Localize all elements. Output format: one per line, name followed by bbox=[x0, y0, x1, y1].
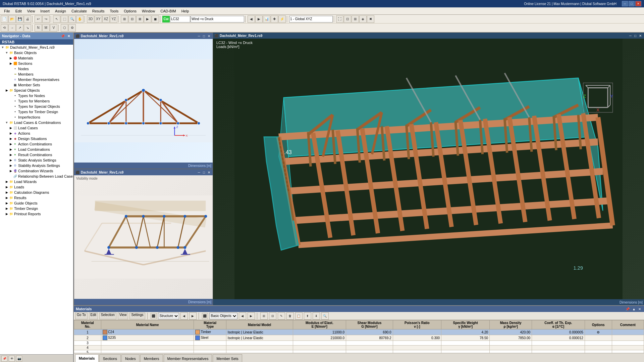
view-dropdown[interactable]: 1 - Global XYZ bbox=[289, 16, 333, 22]
view-yz-btn[interactable]: YZ bbox=[110, 15, 117, 23]
tb2-btn-a[interactable]: ⟲ bbox=[1, 24, 8, 32]
view-xy-btn[interactable]: XY bbox=[95, 15, 102, 23]
tree-item-stability-analysis[interactable]: ▶ ⚙ Stability Analysis Settings bbox=[0, 163, 73, 168]
tree-item-load-cases[interactable]: ▶ ⬜ Load Cases bbox=[0, 125, 73, 131]
select-btn[interactable]: ⬚ bbox=[61, 15, 68, 23]
print-btn[interactable]: 🖨 bbox=[24, 15, 31, 23]
view-xz-btn[interactable]: XZ bbox=[102, 15, 110, 23]
maximize-btn[interactable]: □ bbox=[629, 1, 635, 6]
tb-table-btn-4[interactable]: 🗑 bbox=[286, 312, 294, 320]
tree-item-nodes[interactable]: • Nodes bbox=[0, 66, 73, 72]
menu-help[interactable]: Help bbox=[179, 8, 192, 14]
tb-table-btn-1[interactable]: ⊞ bbox=[260, 312, 268, 320]
tree-item-types-nodes[interactable]: • Types for Nodes bbox=[0, 93, 73, 98]
vp3-close-btn[interactable]: ✕ bbox=[638, 34, 643, 38]
tb-table-btn-7[interactable]: ⬇ bbox=[313, 312, 320, 320]
tree-item-types-special[interactable]: • Types for Special Objects bbox=[0, 104, 73, 109]
new-btn[interactable]: 📄 bbox=[1, 15, 8, 23]
tb-btn-g[interactable]: ⚡ bbox=[278, 15, 286, 23]
tb-table-btn-3[interactable]: ✎ bbox=[278, 312, 285, 320]
tb2-btn-c[interactable]: ↗ bbox=[16, 24, 23, 32]
edit-btn[interactable]: Edit bbox=[89, 313, 98, 319]
goto-btn[interactable]: Go To bbox=[75, 313, 88, 319]
tree-item-comb-wizards[interactable]: ▶ 🔮 Combination Wizards bbox=[0, 168, 73, 174]
tree-item-printout[interactable]: ▶ 📁 Printout Reports bbox=[0, 211, 73, 217]
tb-btn-e[interactable]: ◼ bbox=[152, 15, 159, 23]
tree-item-file[interactable]: ▼ 📁 Dachstuhl_Meier_Rev1.rs9 bbox=[0, 45, 73, 50]
tb-table-btn-2[interactable]: ⊟ bbox=[269, 312, 276, 320]
open-btn[interactable]: 📂 bbox=[8, 15, 16, 23]
menu-insert[interactable]: Insert bbox=[38, 8, 52, 14]
zoom-btn[interactable]: 🔍 bbox=[68, 15, 76, 23]
vp3-minimize-btn[interactable]: ─ bbox=[628, 34, 633, 38]
tb2-btn-d[interactable]: ↘ bbox=[24, 24, 31, 32]
vp-minimize-btn[interactable]: ─ bbox=[197, 34, 201, 38]
vp3-maximize-btn[interactable]: □ bbox=[633, 34, 637, 38]
tb2-btn-h[interactable]: ⬡ bbox=[61, 24, 68, 32]
table-row[interactable]: 4 bbox=[74, 346, 644, 350]
tree-item-member-sets[interactable]: ▦ Member Sets bbox=[0, 82, 73, 88]
menu-edit[interactable]: Edit bbox=[13, 8, 24, 14]
minimize-btn[interactable]: ─ bbox=[622, 1, 628, 6]
panel-expand-btn[interactable]: ▲ bbox=[631, 307, 637, 311]
redo-btn[interactable]: ↪ bbox=[42, 15, 50, 23]
vp2-maximize-btn[interactable]: □ bbox=[202, 171, 206, 174]
tree-item-results[interactable]: ▶ 📁 Results bbox=[0, 195, 73, 200]
wind-dropdown[interactable]: Wind +x Druck bbox=[191, 16, 244, 22]
viewport-right-content[interactable]: LC32 - Wind +x Druck Loads [kN/m²] bbox=[213, 39, 644, 299]
tree-item-design-situations[interactable]: ▶ ◆ Design Situations bbox=[0, 136, 73, 141]
lc-dropdown[interactable]: LC32 bbox=[170, 16, 190, 22]
tb-table-btn-8[interactable]: 🔍 bbox=[321, 312, 329, 320]
tb-btn-b[interactable]: ⊟ bbox=[128, 15, 136, 23]
vp-maximize-btn[interactable]: □ bbox=[202, 34, 206, 38]
menu-options[interactable]: Options bbox=[121, 8, 139, 14]
vp2-minimize-btn[interactable]: ─ bbox=[197, 171, 201, 174]
tree-item-basic-objects[interactable]: ▼ 📁 Basic Objects bbox=[0, 50, 73, 55]
tb2-btn-b[interactable]: → bbox=[8, 24, 16, 32]
table-row[interactable]: 2 S235 Steel Isotropic | Linear Elastic … bbox=[74, 335, 644, 341]
tree-item-timber-design[interactable]: ▶ 📁 Timber Design bbox=[0, 206, 73, 211]
tree-item-relationship[interactable]: 🔗 Relationship Between Load Cases bbox=[0, 174, 73, 179]
tb-btn-a[interactable]: ⊞ bbox=[121, 15, 128, 23]
tree-item-sections[interactable]: ▶ 🟧 Sections bbox=[0, 61, 73, 66]
menu-assign[interactable]: Assign bbox=[52, 8, 69, 14]
tree-item-guide-objects[interactable]: ▶ 📁 Guide Objects bbox=[0, 200, 73, 206]
cursor-btn[interactable]: ↖ bbox=[53, 15, 60, 23]
menu-results[interactable]: Results bbox=[90, 8, 107, 14]
menu-calculate[interactable]: Calculate bbox=[69, 8, 90, 14]
menu-file[interactable]: File bbox=[1, 8, 13, 14]
tree-item-types-timber[interactable]: • Types for Timber Design bbox=[0, 109, 73, 115]
tab-member-sets[interactable]: Member Sets bbox=[213, 354, 242, 362]
nav-pin-view-btn[interactable]: 📌 bbox=[1, 356, 7, 362]
menu-window[interactable]: Window bbox=[139, 8, 158, 14]
results-btn[interactable]: 📊 bbox=[263, 15, 270, 23]
selection-btn[interactable]: Selection bbox=[99, 313, 116, 319]
tb-btn-j[interactable]: ⊞ bbox=[352, 15, 359, 23]
tb-btn-h[interactable]: ⛶ bbox=[336, 15, 343, 23]
tab-sections[interactable]: Sections bbox=[99, 354, 121, 362]
arrow-left-btn[interactable]: ◀ bbox=[248, 15, 255, 23]
panel-close-btn[interactable]: ✕ bbox=[637, 307, 642, 311]
tree-item-types-members[interactable]: • Types for Members bbox=[0, 98, 73, 104]
view-btn[interactable]: View bbox=[118, 313, 128, 319]
pan-btn[interactable]: ✋ bbox=[76, 15, 84, 23]
table-row[interactable]: 3 bbox=[74, 341, 644, 346]
tab-materials[interactable]: Materials bbox=[75, 354, 99, 362]
tree-item-load-comb[interactable]: ▶ ✦ Load Combinations bbox=[0, 147, 73, 152]
tree-item-load-wizards[interactable]: ▶ 📁 Load Wizards bbox=[0, 179, 73, 184]
nav-eye-btn[interactable]: 👁 bbox=[9, 356, 15, 362]
tree-item-calc-diagrams[interactable]: ▶ 📁 Calculation Diagrams bbox=[0, 190, 73, 195]
tree-item-load-cases-comb[interactable]: ▼ 📁 Load Cases & Combinations bbox=[0, 120, 73, 125]
vp-close-btn[interactable]: ✕ bbox=[207, 34, 211, 38]
tab-member-representatives[interactable]: Member Representatives bbox=[164, 354, 212, 362]
viewport-bottom-left-content[interactable]: Visibility mode bbox=[74, 175, 213, 299]
load-case-btn[interactable]: Cw bbox=[162, 16, 170, 22]
tb-btn-f[interactable]: ✚ bbox=[271, 15, 278, 23]
nav-close-btn[interactable]: ✕ bbox=[66, 34, 71, 38]
undo-btn[interactable]: ↩ bbox=[35, 15, 42, 23]
category-dropdown[interactable]: Basic Objects bbox=[209, 313, 237, 319]
tree-item-loads[interactable]: ▶ 📁 Loads bbox=[0, 184, 73, 190]
save-btn[interactable]: 💾 bbox=[16, 15, 23, 23]
vp2-close-btn[interactable]: ✕ bbox=[207, 171, 211, 174]
tree-item-static-analysis[interactable]: ▶ ⚙ Static Analysis Settings bbox=[0, 157, 73, 163]
